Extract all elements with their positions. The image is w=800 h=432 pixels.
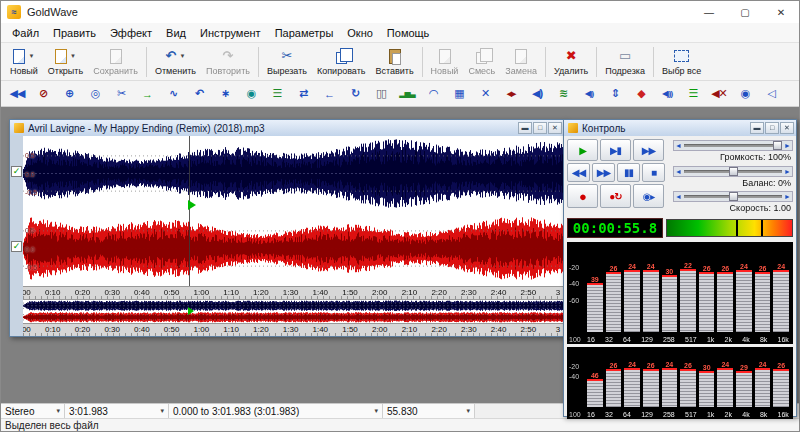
undo-button[interactable]: ↶▼Отменить (150, 44, 201, 80)
slider-right-arrow-icon[interactable]: ► (784, 167, 791, 176)
rewind-button[interactable]: ◀◀ (567, 163, 590, 182)
playback-position-marker-icon[interactable] (188, 200, 196, 210)
speaker-icon[interactable]: ◀)) (577, 83, 601, 105)
minimize-button[interactable]: — (691, 1, 727, 23)
select-all-button[interactable]: Выбр все (657, 44, 706, 80)
playlist-icon[interactable]: ☰ (265, 83, 289, 105)
document-maximize-button[interactable]: □ (533, 122, 547, 134)
diamond-icon[interactable]: ◆ (629, 83, 653, 105)
slider-track[interactable]: ◄► (673, 140, 793, 151)
equalizer-icon[interactable]: ☰ (681, 83, 705, 105)
pause-button[interactable]: ▮▮ (617, 163, 640, 182)
speaker-small-icon[interactable]: ◁ (759, 83, 783, 105)
menu-item-1[interactable]: Файл (5, 27, 46, 39)
paste-new-button[interactable]: Новый (426, 44, 464, 80)
wave-tool-icon[interactable]: ∿ (161, 83, 185, 105)
play-button[interactable]: ▶ (567, 139, 598, 161)
control-maximize-button[interactable]: □ (765, 122, 779, 134)
left-channel-toggle[interactable]: ✓ (11, 166, 22, 177)
fast-forward-button[interactable]: ▶▶ (592, 163, 615, 182)
menu-item-4[interactable]: Вид (159, 27, 193, 39)
slider-left-arrow-icon[interactable]: ◄ (675, 141, 682, 150)
monitor-input-icon[interactable]: ⊘ (31, 83, 55, 105)
expand-vertical-icon[interactable]: ⇕ (603, 83, 627, 105)
close-tool-icon[interactable]: ✕ (473, 83, 497, 105)
slider-right-arrow-icon[interactable]: ► (784, 192, 791, 201)
title-bar[interactable]: ≈ GoldWave — ▢ ✕ (1, 1, 799, 23)
record-mode-button[interactable]: ◉▸ (633, 184, 664, 208)
dropdown-arrow-icon[interactable]: ▼ (28, 53, 34, 59)
new-button[interactable]: ▼Новый (5, 44, 43, 80)
time-axis[interactable]: 0:000:100:200:300:400:501:001:101:201:30… (23, 286, 564, 299)
copy-button[interactable]: Копировать (312, 44, 370, 80)
document-titlebar[interactable]: Avril Lavigne - My Happy Ending (Remix) … (10, 120, 564, 136)
slider-track[interactable]: ◄► (673, 166, 793, 177)
cut-tool-icon[interactable]: ✂ (109, 83, 133, 105)
right-channel-toggle[interactable]: ✓ (11, 241, 22, 252)
undo-tool-icon[interactable]: ↶ (187, 83, 211, 105)
overview-position-marker-icon[interactable] (188, 307, 194, 315)
globe-tool-icon[interactable]: ◉ (239, 83, 263, 105)
status-segment-1[interactable]: Stereo▾ (1, 404, 65, 418)
record-loop-button[interactable]: ●↻ (600, 184, 631, 208)
replace-button[interactable]: Замена (500, 44, 542, 80)
slider-left-arrow-icon[interactable]: ◄ (675, 192, 682, 201)
delete-button[interactable]: ✖Удалить (549, 44, 593, 80)
dropdown-arrow-icon[interactable]: ▼ (70, 53, 76, 59)
save-button[interactable]: Сохранить (88, 44, 143, 80)
play-selection-button[interactable]: ▶▮ (600, 139, 631, 161)
stop-button[interactable]: ■ (642, 163, 665, 182)
grid-icon[interactable]: ▦ (447, 83, 471, 105)
slider-thumb[interactable] (729, 167, 738, 176)
slider-right-arrow-icon[interactable]: ► (784, 141, 791, 150)
menu-item-3[interactable]: Эффект (103, 27, 159, 39)
fit-selection-icon[interactable]: ⊕ (57, 83, 81, 105)
speaker-mute-icon[interactable]: ◀✕ (707, 83, 731, 105)
speed-slider[interactable]: ◄►Скорость: 1.00 (673, 191, 793, 214)
slider-thumb[interactable] (729, 192, 738, 201)
menu-item-5[interactable]: Инструмент (193, 27, 268, 39)
control-titlebar[interactable]: Контроль ▬ □ ✕ (564, 120, 796, 136)
refresh-icon[interactable]: ↻ (343, 83, 367, 105)
waveform-view[interactable]: 0.50.0-0.50.50.0-0.5 (23, 136, 564, 286)
trim-button[interactable]: ▭Подрезка (600, 44, 650, 80)
sparkle-tool-icon[interactable]: ∗ (213, 83, 237, 105)
mixer-icon[interactable]: ▯▯ (369, 83, 393, 105)
menu-item-7[interactable]: Окно (340, 27, 380, 39)
mix-button[interactable]: Смесь (463, 44, 500, 80)
menu-item-6[interactable]: Параметры (268, 27, 341, 39)
slider-left-arrow-icon[interactable]: ◄ (675, 167, 682, 176)
menu-item-2[interactable]: Править (46, 27, 103, 39)
dropdown-arrow-icon[interactable]: ▾ (56, 407, 60, 415)
speaker-left-icon[interactable]: ◀) (525, 83, 549, 105)
cut-button[interactable]: ✂Вырезать (262, 44, 312, 80)
dropdown-arrow-icon[interactable]: ▾ (160, 407, 164, 415)
dropdown-arrow-icon[interactable]: ▾ (466, 407, 470, 415)
overview-strip[interactable] (23, 299, 564, 323)
record-button[interactable]: ● (567, 184, 598, 208)
volume-slider[interactable]: ◄►Громкость: 100% (673, 140, 793, 163)
close-button[interactable]: ✕ (763, 1, 799, 23)
status-segment-4[interactable]: 55.830▾ (383, 404, 475, 418)
slider-thumb[interactable] (773, 141, 782, 150)
balance-slider[interactable]: ◄►Баланс: 0% (673, 166, 793, 189)
speaker-loud-icon[interactable]: ◀))) (655, 83, 679, 105)
dropdown-arrow-icon[interactable]: ▼ (179, 53, 185, 59)
blue-dot-icon[interactable]: ◉ (733, 83, 757, 105)
status-segment-2[interactable]: 3:01.983▾ (65, 404, 169, 418)
dropdown-arrow-icon[interactable]: ▾ (374, 407, 378, 415)
redo-button[interactable]: ↷Повторить (201, 44, 255, 80)
seek-start-icon[interactable]: ← (317, 83, 341, 105)
swap-channels-icon[interactable]: ⇄ (291, 83, 315, 105)
waves-icon[interactable]: ≋ (551, 83, 575, 105)
menu-item-8[interactable]: Помощь (380, 27, 437, 39)
play-all-button[interactable]: ▶▶ (633, 139, 664, 161)
document-window[interactable]: Avril Lavigne - My Happy Ending (Remix) … (9, 119, 565, 337)
maximize-button[interactable]: ▢ (727, 1, 763, 23)
session-icon[interactable]: ◎ (83, 83, 107, 105)
control-window[interactable]: Контроль ▬ □ ✕ ▶▶▮▶▶◀◀▶▶▮▮■●●↻◉▸ ◄►Громк… (563, 119, 797, 417)
slider-track[interactable]: ◄► (673, 191, 793, 202)
overview-time-axis[interactable]: 0:000:100:200:300:400:501:001:101:201:30… (23, 323, 564, 336)
paste-button[interactable]: Вставить (370, 44, 418, 80)
bars-chart-icon[interactable]: ▂▅▃ (395, 83, 419, 105)
